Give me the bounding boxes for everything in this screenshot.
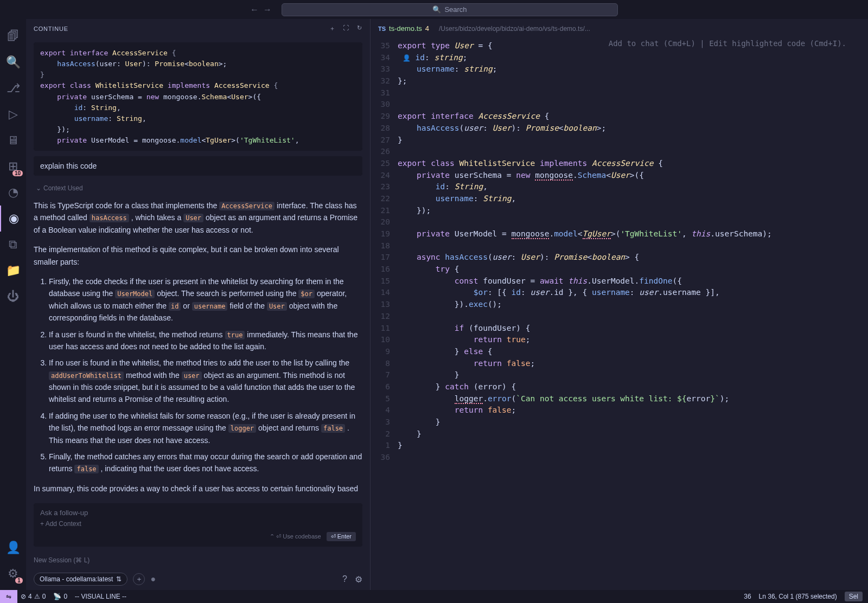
list-item: Firstly, the code checks if the user is … bbox=[49, 275, 362, 324]
activity-bar: 🗐 🔍 ⎇ ▷ 🖥 ⊞10 ◔ ◉ ⧉ 📁 ⏻ 👤 ⚙1 bbox=[0, 19, 26, 590]
followup-area: Ask a follow-up + Add Context ⌃ ⏎ Use co… bbox=[26, 498, 370, 552]
help-icon[interactable]: ? bbox=[342, 574, 347, 585]
terminal-icon[interactable]: ⧉ bbox=[0, 232, 26, 258]
history-icon[interactable]: ↻ bbox=[357, 24, 362, 33]
extensions-icon[interactable]: ⊞10 bbox=[0, 153, 26, 179]
remote-button[interactable]: ⇋ bbox=[0, 590, 17, 603]
editor-tab[interactable]: TS ts-demo.ts 4 /Users/bidzo/develop/bid… bbox=[371, 19, 604, 38]
nav-back-icon[interactable]: ← bbox=[250, 5, 259, 15]
add-context-button[interactable]: + Add Context bbox=[40, 520, 356, 528]
settings-badge: 1 bbox=[15, 578, 23, 583]
assistant-explanation: This is TypeScript code for a class that… bbox=[34, 200, 362, 495]
line-number-gutter: 3534333231302928272625242322212019181716… bbox=[371, 40, 398, 590]
search-icon[interactable]: 🔍 bbox=[0, 49, 26, 75]
ts-lang-badge: TS bbox=[378, 25, 386, 32]
context-used-row[interactable]: ⌄ Context Used bbox=[34, 180, 362, 196]
expand-icon[interactable]: ⛶ bbox=[343, 24, 349, 33]
status-bar: ⇋ ⊘ 4 ⚠ 0 📡 0 -- VISUAL LINE -- 36 Ln 36… bbox=[0, 590, 868, 603]
code-inline: User bbox=[183, 214, 203, 222]
list-item: If adding the user to the whitelist fail… bbox=[49, 410, 362, 446]
code-editor[interactable]: 3534333231302928272625242322212019181716… bbox=[371, 38, 868, 590]
codebase-hint: ⌃ ⏎ Use codebase bbox=[270, 533, 321, 540]
continue-panel: CONTINUE ＋ ⛶ ↻ export interface AccessSe… bbox=[26, 19, 371, 590]
antenna-icon: 📡 bbox=[53, 593, 61, 600]
panel-header: CONTINUE ＋ ⛶ ↻ bbox=[26, 19, 370, 38]
explorer-icon[interactable]: 🗐 bbox=[0, 23, 26, 49]
chevron-updown-icon: ⇅ bbox=[116, 575, 122, 583]
chevron-down-icon: ⌄ bbox=[36, 184, 41, 192]
enter-button[interactable]: ⏎ Enter bbox=[327, 532, 356, 541]
list-item: If no user is found in the whitelist, th… bbox=[49, 357, 362, 406]
context-used-label: Context Used bbox=[43, 184, 83, 192]
add-model-button[interactable]: ＋ bbox=[133, 573, 145, 585]
nav-arrows: ← → bbox=[250, 5, 272, 15]
panel-title: CONTINUE bbox=[34, 25, 68, 32]
search-placeholder: Search bbox=[444, 5, 467, 14]
main-area: 🗐 🔍 ⎇ ▷ 🖥 ⊞10 ◔ ◉ ⧉ 📁 ⏻ 👤 ⚙1 CONTINUE ＋ … bbox=[0, 19, 868, 590]
code-lines: export type User = { 👤 id: string; usern… bbox=[398, 40, 868, 590]
followup-placeholder: Ask a follow-up bbox=[40, 509, 356, 517]
code-inline: AccessService bbox=[219, 202, 275, 210]
warning-icon: ⚠ bbox=[34, 593, 40, 600]
search-input[interactable]: 🔍 Search bbox=[282, 3, 618, 16]
new-session-button[interactable]: New Session (⌘ L) bbox=[26, 552, 370, 568]
source-control-icon[interactable]: ⎇ bbox=[0, 75, 26, 101]
tab-modified-count: 4 bbox=[425, 24, 429, 33]
nav-forward-icon[interactable]: → bbox=[263, 5, 272, 15]
editor-area: TS ts-demo.ts 4 /Users/bidzo/develop/bid… bbox=[371, 19, 868, 590]
error-icon: ⊘ bbox=[21, 593, 26, 600]
gear-icon[interactable]: ⚙ bbox=[355, 574, 362, 585]
model-name: Ollama - codellama:latest bbox=[40, 575, 113, 583]
problems-status[interactable]: ⊘ 4 ⚠ 0 bbox=[21, 593, 46, 600]
user-message: explain this code bbox=[34, 156, 362, 176]
code-inline: hasAccess bbox=[90, 214, 129, 222]
remote-explorer-icon[interactable]: 🖥 bbox=[0, 127, 26, 153]
folder-icon[interactable]: 📁 bbox=[0, 258, 26, 284]
docker-icon[interactable]: ◔ bbox=[0, 179, 26, 206]
vim-mode: -- VISUAL LINE -- bbox=[75, 593, 126, 600]
breadcrumb: /Users/bidzo/develop/bidzo/ai-demo/vs/ts… bbox=[432, 25, 597, 33]
run-debug-icon[interactable]: ▷ bbox=[0, 101, 26, 127]
extensions-badge: 10 bbox=[12, 170, 23, 176]
continue-icon[interactable]: ◉ bbox=[0, 206, 26, 232]
ports-status[interactable]: 📡 0 bbox=[53, 593, 67, 600]
search-icon: 🔍 bbox=[432, 5, 441, 14]
add-icon[interactable]: ＋ bbox=[329, 24, 336, 33]
account-icon[interactable]: 👤 bbox=[0, 535, 26, 561]
editor-tabs: TS ts-demo.ts 4 /Users/bidzo/develop/bid… bbox=[371, 19, 868, 38]
settings-icon[interactable]: ⚙1 bbox=[0, 561, 26, 587]
list-item: If a user is found in the whitelist, the… bbox=[49, 329, 362, 353]
followup-input[interactable]: Ask a follow-up + Add Context ⌃ ⏎ Use co… bbox=[34, 503, 362, 547]
code-snippet: export interface AccessService { hasAcce… bbox=[34, 42, 362, 151]
line-count: 36 bbox=[744, 593, 751, 600]
status-dot-icon: ● bbox=[150, 574, 156, 584]
titlebar: ← → 🔍 Search bbox=[0, 0, 868, 19]
tab-filename: ts-demo.ts bbox=[389, 24, 422, 33]
list-item: Finally, the method catches any errors t… bbox=[49, 451, 362, 475]
power-icon[interactable]: ⏻ bbox=[0, 284, 26, 310]
cursor-position[interactable]: Ln 36, Col 1 (875 selected) bbox=[759, 593, 837, 600]
model-selector[interactable]: Ollama - codellama:latest ⇅ bbox=[34, 573, 127, 586]
model-row: Ollama - codellama:latest ⇅ ＋ ● ? ⚙ bbox=[26, 568, 370, 590]
selection-pill[interactable]: Sel bbox=[845, 592, 863, 601]
